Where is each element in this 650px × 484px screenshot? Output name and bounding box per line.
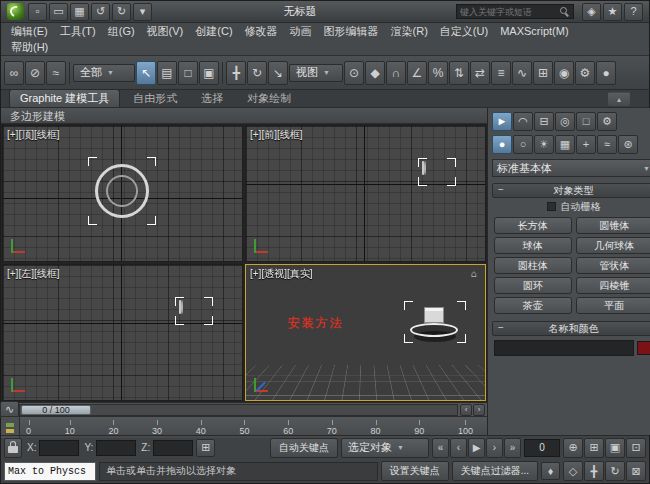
zoom-all-icon[interactable]: ⊞ <box>584 438 604 458</box>
ribbon-minimize-icon[interactable]: ▴ <box>608 92 630 106</box>
select-and-rotate-icon[interactable]: ↻ <box>247 61 267 85</box>
select-and-move-icon[interactable]: ╋ <box>226 61 246 85</box>
zoom-icon[interactable]: ⊕ <box>563 438 583 458</box>
object-type-button[interactable]: 平面 <box>576 297 650 314</box>
menu-item[interactable]: 视图(V) <box>141 23 190 39</box>
next-frame-icon[interactable]: › <box>486 438 503 458</box>
maxscript-mini-listener[interactable]: Max to Physcs <box>4 462 96 481</box>
previous-frame-icon[interactable]: ‹ <box>450 438 467 458</box>
motion-tab-icon[interactable]: ◎ <box>555 112 575 131</box>
snaps-toggle-icon[interactable]: ∩ <box>386 61 406 85</box>
viewport-left-label[interactable]: [+][左][线框] <box>7 267 60 281</box>
current-frame-field[interactable] <box>524 439 560 457</box>
menu-item[interactable]: 渲染(R) <box>385 23 434 39</box>
lock-selection-icon[interactable] <box>4 438 22 458</box>
create-tab-icon[interactable]: ► <box>492 112 512 131</box>
new-scene-icon[interactable]: ▫ <box>28 3 47 21</box>
ribbon-tab[interactable]: 选择 <box>190 89 234 107</box>
zoom-extents-icon[interactable]: ▣ <box>605 438 625 458</box>
name-color-rollout-header[interactable]: 名称和颜色 <box>492 321 650 336</box>
percent-snap-icon[interactable]: % <box>428 61 448 85</box>
key-mode-icon[interactable]: ♦ <box>541 462 560 480</box>
select-object-icon[interactable]: ↖ <box>136 61 156 85</box>
autogrid-checkbox[interactable] <box>547 202 556 211</box>
hierarchy-tab-icon[interactable]: ⊟ <box>534 112 554 131</box>
object-type-button[interactable]: 几何球体 <box>576 237 650 254</box>
schematic-view-icon[interactable]: ⊞ <box>533 61 553 85</box>
menu-item[interactable]: 自定义(U) <box>434 23 494 39</box>
menu-item[interactable]: 图形编辑器 <box>318 23 385 39</box>
bind-to-space-warp-icon[interactable]: ≈ <box>46 61 66 85</box>
qat-menu-icon[interactable]: ▾ <box>133 3 152 21</box>
menu-item[interactable]: MAXScript(M) <box>494 23 574 39</box>
render-icon[interactable]: ● <box>596 61 616 85</box>
z-coordinate-field[interactable] <box>153 440 193 456</box>
selection-filter-dropdown[interactable]: 全部 <box>73 64 135 82</box>
orbit-icon[interactable]: ↻ <box>605 461 625 481</box>
search-icon[interactable] <box>560 7 570 17</box>
play-icon[interactable]: ▶ <box>468 438 485 458</box>
maximize-viewport-icon[interactable]: ⊠ <box>626 461 646 481</box>
selection-set-dropdown[interactable]: 选定对象 <box>341 438 429 458</box>
go-to-end-icon[interactable]: » <box>504 438 521 458</box>
object-name-field[interactable] <box>494 340 634 356</box>
object-type-button[interactable]: 茶壶 <box>494 297 572 314</box>
viewport-left[interactable]: [+][左][线框] <box>2 264 243 401</box>
object-type-button[interactable]: 球体 <box>494 237 572 254</box>
object-type-rollout-header[interactable]: 对象类型 <box>492 183 650 198</box>
material-editor-icon[interactable]: ◉ <box>554 61 574 85</box>
shapes-icon[interactable]: ○ <box>513 135 533 154</box>
viewport-front-label[interactable]: [+][前][线框] <box>250 128 303 142</box>
cameras-icon[interactable]: ▦ <box>555 135 575 154</box>
time-slider-track[interactable]: 0 / 100 <box>19 404 458 416</box>
menu-item[interactable]: 创建(C) <box>189 23 238 39</box>
save-file-icon[interactable]: ▦ <box>70 3 89 21</box>
select-and-manipulate-icon[interactable]: ◆ <box>365 61 385 85</box>
menu-item[interactable]: 编辑(E) <box>5 23 54 39</box>
object-type-button[interactable]: 管状体 <box>576 257 650 274</box>
utilities-tab-icon[interactable]: ⚙ <box>597 112 617 131</box>
systems-icon[interactable]: ⊛ <box>618 135 638 154</box>
primitive-category-dropdown[interactable]: 标准基本体 <box>492 159 650 177</box>
render-setup-icon[interactable]: ⚙ <box>575 61 595 85</box>
slider-right-arrow-icon[interactable]: › <box>473 404 485 416</box>
open-file-icon[interactable]: ▭ <box>49 3 68 21</box>
spinner-snap-icon[interactable]: ⇅ <box>449 61 469 85</box>
license-icon[interactable]: ◈ <box>582 3 601 21</box>
object-color-swatch[interactable] <box>637 341 650 355</box>
reference-coordinate-dropdown[interactable]: 视图 <box>289 64 343 82</box>
mirror-icon[interactable]: ⇄ <box>470 61 490 85</box>
search-input[interactable] <box>460 7 560 17</box>
align-icon[interactable]: ≡ <box>491 61 511 85</box>
go-to-start-icon[interactable]: « <box>432 438 449 458</box>
object-type-button[interactable]: 长方体 <box>494 217 572 234</box>
menu-item[interactable]: 帮助(H) <box>5 39 54 55</box>
lights-icon[interactable]: ☀ <box>534 135 554 154</box>
ribbon-tab[interactable]: Graphite 建模工具 <box>9 89 120 107</box>
viewport-perspective-label[interactable]: [+][透视][真实] <box>250 267 313 281</box>
viewport-front[interactable]: [+][前][线框] <box>245 125 486 262</box>
unlink-selection-icon[interactable]: ⊘ <box>25 61 45 85</box>
select-and-scale-icon[interactable]: ↘ <box>268 61 288 85</box>
key-filters-button[interactable]: 关键点过滤器... <box>452 461 538 481</box>
x-coordinate-field[interactable] <box>39 440 79 456</box>
menu-item[interactable]: 工具(T) <box>54 23 102 39</box>
redo-icon[interactable]: ↻ <box>112 3 131 21</box>
undo-icon[interactable]: ↺ <box>91 3 110 21</box>
viewport-top-label[interactable]: [+][顶][线框] <box>7 128 60 142</box>
menu-item[interactable]: 修改器 <box>239 23 284 39</box>
mini-curve-editor-button[interactable]: ∿ <box>2 404 17 416</box>
use-pivot-center-icon[interactable]: ⊙ <box>344 61 364 85</box>
menu-item[interactable]: 动画 <box>284 23 318 39</box>
zoom-extents-all-icon[interactable]: ⊡ <box>626 438 646 458</box>
curve-editor-icon[interactable]: ∿ <box>512 61 532 85</box>
helpers-icon[interactable]: + <box>576 135 596 154</box>
set-key-button[interactable]: 设置关键点 <box>381 461 449 481</box>
select-by-name-icon[interactable]: ▤ <box>157 61 177 85</box>
menu-item[interactable]: 组(G) <box>102 23 141 39</box>
rectangular-selection-icon[interactable]: □ <box>178 61 198 85</box>
window-crossing-icon[interactable]: ▣ <box>199 61 219 85</box>
geometry-icon[interactable]: ● <box>492 135 512 154</box>
help-icon[interactable]: ? <box>624 3 643 21</box>
display-tab-icon[interactable]: □ <box>576 112 596 131</box>
